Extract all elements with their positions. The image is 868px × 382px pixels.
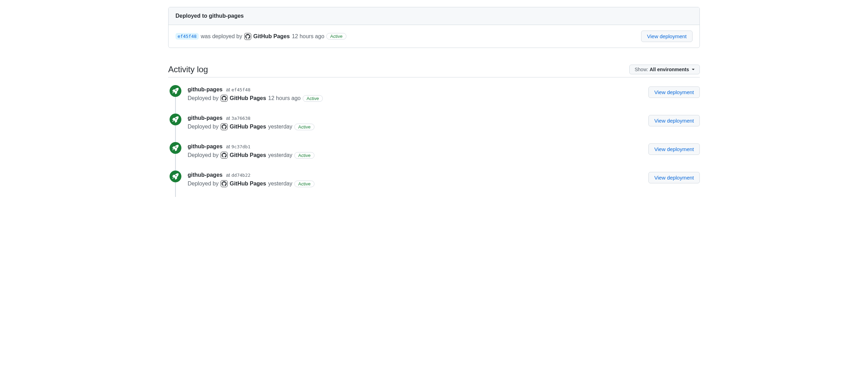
- deployment-time: yesterday: [268, 124, 292, 130]
- status-badge: Active: [294, 124, 314, 130]
- github-avatar-icon: [244, 33, 251, 40]
- filter-value: All environments: [649, 67, 689, 72]
- view-deployment-button[interactable]: View deployment: [648, 172, 700, 183]
- deployment-author[interactable]: GitHub Pages: [230, 95, 266, 101]
- github-avatar-icon: [221, 180, 228, 187]
- rocket-icon: [170, 142, 181, 154]
- commit-hash[interactable]: 3a76638: [231, 116, 251, 121]
- deployed-by-text: was deployed by: [201, 33, 242, 40]
- view-deployment-button[interactable]: View deployment: [648, 143, 700, 155]
- timeline-item: github-pagesat 3a76638Deployed byGitHub …: [168, 111, 700, 140]
- at-commit-text: at ef45f48: [226, 87, 250, 92]
- deployed-by-label: Deployed by: [188, 124, 219, 130]
- deployment-author[interactable]: GitHub Pages: [230, 124, 266, 130]
- commit-hash[interactable]: dd74b22: [231, 173, 251, 178]
- rocket-icon: [170, 85, 181, 97]
- view-deployment-button[interactable]: View deployment: [648, 115, 700, 126]
- filter-label: Show:: [634, 67, 648, 72]
- deployment-time: 12 hours ago: [292, 33, 324, 40]
- environment-link[interactable]: github-pages: [188, 172, 222, 178]
- deployed-by-label: Deployed by: [188, 181, 219, 187]
- deployment-card: Deployed to github-pages ef45f48 was dep…: [168, 7, 700, 48]
- deployment-author[interactable]: GitHub Pages: [230, 152, 266, 158]
- timeline-item: github-pagesat 9c37db1Deployed byGitHub …: [168, 140, 700, 168]
- github-avatar-icon: [221, 95, 228, 102]
- view-deployment-button[interactable]: View deployment: [648, 86, 700, 98]
- timeline-item: github-pagesat ef45f48Deployed byGitHub …: [168, 83, 700, 111]
- commit-hash[interactable]: 9c37db1: [231, 144, 251, 149]
- deployment-time: 12 hours ago: [268, 95, 301, 101]
- status-badge: Active: [294, 181, 314, 187]
- view-deployment-button[interactable]: View deployment: [641, 31, 693, 42]
- deployment-time: yesterday: [268, 152, 292, 158]
- environment-filter-button[interactable]: Show: All environments: [629, 65, 700, 74]
- activity-log-header: Activity log Show: All environments: [168, 65, 700, 77]
- status-badge: Active: [294, 152, 314, 159]
- at-commit-text: at 9c37db1: [226, 144, 250, 149]
- commit-hash-link[interactable]: ef45f48: [175, 33, 199, 40]
- rocket-icon: [170, 171, 181, 182]
- activity-timeline: github-pagesat ef45f48Deployed byGitHub …: [168, 77, 700, 197]
- status-badge: Active: [326, 33, 346, 40]
- rocket-icon: [170, 114, 181, 125]
- caret-down-icon: [692, 69, 695, 70]
- deployment-author[interactable]: GitHub Pages: [230, 181, 266, 187]
- timeline-item: github-pagesat dd74b22Deployed byGitHub …: [168, 168, 700, 197]
- activity-log-title: Activity log: [168, 65, 208, 74]
- deployment-time: yesterday: [268, 181, 292, 187]
- deployed-by-label: Deployed by: [188, 95, 219, 101]
- github-avatar-icon: [221, 123, 228, 130]
- at-commit-text: at dd74b22: [226, 172, 250, 178]
- github-avatar-icon: [221, 152, 228, 159]
- commit-hash[interactable]: ef45f48: [231, 87, 251, 92]
- deployment-summary: ef45f48 was deployed by GitHub Pages 12 …: [175, 33, 346, 40]
- at-commit-text: at 3a76638: [226, 115, 250, 121]
- environment-link[interactable]: github-pages: [188, 143, 222, 150]
- environment-link[interactable]: github-pages: [188, 86, 222, 93]
- environment-link[interactable]: github-pages: [188, 115, 222, 121]
- deployment-card-header: Deployed to github-pages: [169, 7, 699, 25]
- status-badge: Active: [303, 95, 322, 102]
- deployment-author[interactable]: GitHub Pages: [253, 33, 290, 40]
- deployed-by-label: Deployed by: [188, 152, 219, 158]
